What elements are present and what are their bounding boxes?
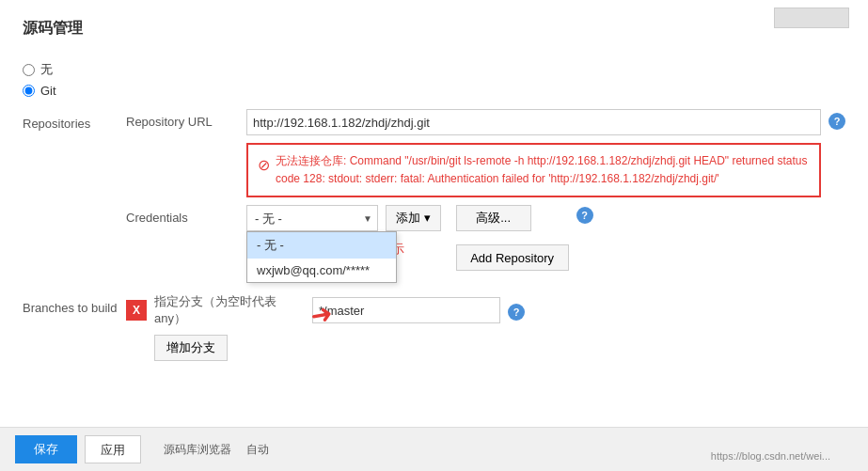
branch-help-icon[interactable]: ? (508, 304, 525, 321)
repositories-label: Repositories (23, 109, 126, 278)
credentials-select[interactable]: - 无 - wxjwb@qq.com/***** (246, 205, 378, 231)
footer-watermark: https://blog.csdn.net/wei... (711, 450, 830, 462)
repo-url-help-icon[interactable]: ? (829, 113, 845, 130)
credentials-label: Credentials (126, 205, 239, 225)
dropdown-item-none[interactable]: - 无 - (247, 232, 396, 259)
repo-url-input[interactable] (246, 109, 821, 135)
footer-tab1[interactable]: 源码库浏览器 (164, 442, 231, 458)
error-message: 无法连接仓库: Command "/usr/bin/git ls-remote … (276, 152, 810, 188)
radio-git: Git (23, 84, 845, 98)
scroll-button[interactable] (774, 8, 849, 28)
branch-row: X 指定分支（为空时代表any） ? (126, 293, 845, 327)
branch-field-label: 指定分支（为空时代表any） (154, 293, 305, 327)
repositories-section: Repositories Repository URL ? ⊘ 无法连接仓库: … (23, 109, 845, 278)
radio-none-input[interactable] (23, 64, 35, 76)
repo-url-row: Repository URL ? (126, 109, 845, 135)
remove-branch-button[interactable]: X (126, 300, 147, 321)
main-container: 源码管理 无 Git Repositories Repository URL ?… (0, 0, 868, 471)
branches-content: X 指定分支（为空时代表any） ? 增加分支 (126, 293, 845, 361)
radio-none: 无 (23, 61, 845, 78)
advanced-button[interactable]: 高级... (456, 205, 531, 231)
repositories-content: Repository URL ? ⊘ 无法连接仓库: Command "/usr… (126, 109, 845, 278)
repo-url-label: Repository URL (126, 109, 239, 129)
footer-bar: 保存 应用 源码库浏览器 自动 https://blog.csdn.net/we… (0, 427, 868, 471)
error-box: ⊘ 无法连接仓库: Command "/usr/bin/git ls-remot… (246, 143, 821, 197)
radio-none-label: 无 (40, 61, 53, 78)
credentials-row: Credentials - 无 - wxjwb@qq.com/***** ▼ -… (126, 205, 845, 271)
dropdown-item-user[interactable]: wxjwb@qq.com/***** (247, 259, 396, 282)
branches-section: Branches to build X 指定分支（为空时代表any） ? 增加分… (23, 293, 845, 361)
add-branch-button[interactable]: 增加分支 (154, 335, 228, 361)
branches-label: Branches to build (23, 293, 126, 315)
apply-button[interactable]: 应用 (85, 435, 141, 463)
credentials-dropdown: - 无 - wxjwb@qq.com/***** (246, 231, 397, 283)
footer-tab2[interactable]: 自动 (246, 442, 269, 458)
add-repository-button[interactable]: Add Repository (456, 244, 569, 271)
add-credentials-button[interactable]: 添加 ▾ (386, 205, 441, 231)
error-circle-icon: ⊘ (258, 153, 270, 178)
page-title: 源码管理 (23, 19, 845, 46)
radio-git-label: Git (40, 84, 56, 98)
credentials-help-icon[interactable]: ? (576, 207, 593, 224)
credentials-select-wrapper: - 无 - wxjwb@qq.com/***** ▼ - 无 - wxjwb@q… (246, 205, 378, 231)
repo-action-buttons: 高级... Add Repository (456, 205, 569, 271)
branch-input[interactable] (312, 297, 500, 323)
radio-git-input[interactable] (23, 85, 35, 97)
save-button[interactable]: 保存 (15, 435, 77, 463)
scm-radio-group: 无 Git (23, 61, 845, 98)
